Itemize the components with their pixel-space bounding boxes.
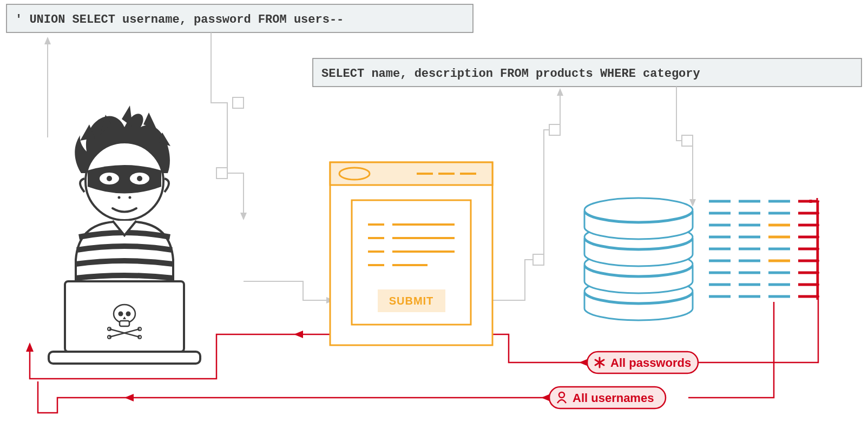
svg-point-26 (129, 196, 131, 199)
svg-point-24 (137, 176, 142, 181)
svg-marker-2 (44, 37, 51, 44)
code-box-injection: ' UNION SELECT username, password FROM u… (6, 4, 473, 32)
browser-form-icon: SUBMIT (330, 162, 492, 345)
svg-point-58 (584, 198, 693, 222)
svg-marker-5 (240, 213, 247, 220)
connector-code2-to-db (676, 87, 696, 207)
submit-label: SUBMIT (389, 295, 434, 307)
svg-rect-12 (682, 135, 693, 146)
connector-code1-to-form (211, 32, 247, 220)
svg-point-25 (118, 196, 121, 199)
svg-rect-4 (216, 168, 227, 179)
svg-point-31 (119, 312, 123, 316)
database-icon (584, 198, 693, 320)
svg-marker-11 (557, 88, 563, 96)
svg-rect-3 (233, 97, 244, 108)
connector-hacker-to-code1 (44, 37, 51, 137)
code-box-query: SELECT name, description FROM products W… (313, 58, 862, 87)
pill-passwords: All passwords (587, 352, 698, 373)
pill-usernames-label: All usernames (573, 391, 654, 405)
connector-to-submit (244, 281, 334, 304)
data-columns (709, 198, 819, 300)
svg-marker-19 (124, 394, 134, 401)
pill-passwords-label: All passwords (610, 356, 691, 370)
connector-form-to-code2 (490, 88, 563, 300)
svg-rect-9 (533, 254, 544, 265)
hacker-icon (49, 106, 200, 364)
svg-point-23 (107, 176, 112, 181)
laptop-icon (49, 281, 200, 364)
svg-rect-10 (549, 124, 560, 135)
svg-point-32 (126, 312, 131, 316)
code-injection-text: ' UNION SELECT username, password FROM u… (15, 13, 344, 27)
svg-marker-17 (26, 342, 34, 352)
pill-usernames: All usernames (549, 387, 666, 408)
svg-rect-28 (49, 352, 200, 364)
code-query-text: SELECT name, description FROM products W… (321, 67, 700, 81)
svg-rect-30 (120, 321, 129, 326)
